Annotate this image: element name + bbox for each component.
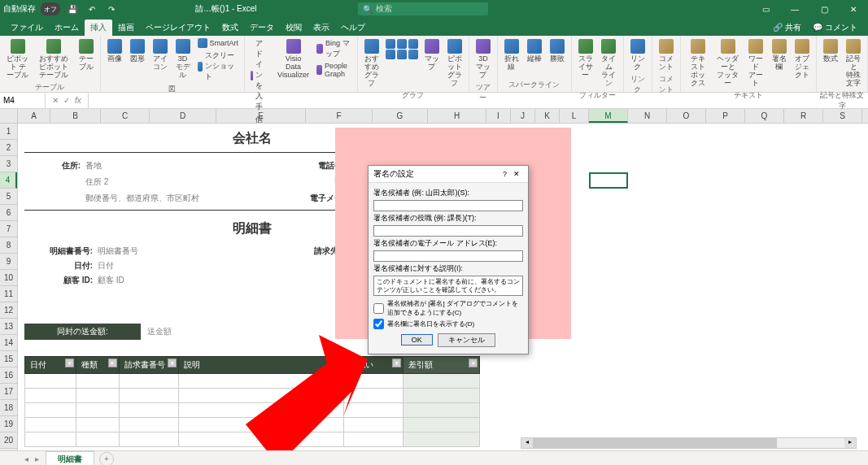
rec-charts-button[interactable]: おすすめ グラフ [361,37,382,89]
tab-review[interactable]: 校閲 [280,20,308,36]
tab-home[interactable]: ホーム [49,20,85,36]
row-header[interactable]: 18 [0,400,17,416]
sheet-tab-1[interactable]: 明細書 [46,451,94,465]
chart-type-icon[interactable] [397,50,407,59]
row-header[interactable]: 4 [0,172,17,189]
chart-type-icon[interactable] [408,50,418,59]
get-addins-button[interactable]: アドインを入手 [248,37,273,113]
column-header[interactable]: R [784,109,823,123]
dialog-close-icon[interactable]: ✕ [510,170,523,178]
sheet[interactable]: 会社名 住所:番地 電話番号:電話番号 住所 2 FAX:FAX 番号 郵便番号… [18,124,868,450]
row-header[interactable]: 1 [0,124,17,140]
table-row[interactable] [25,389,480,403]
column-header[interactable]: K [535,109,560,123]
show-sign-date-checkbox[interactable]: 署名欄に署名日を表示する(D) [373,318,523,330]
shapes-button[interactable]: 図形 [127,37,148,65]
visio-button[interactable]: Visio Data Visualizer [274,37,312,81]
search-box[interactable]: 🔍 検索 [358,2,488,15]
chart-type-icon[interactable] [386,50,395,59]
row-header[interactable]: 7 [0,221,17,237]
column-header[interactable]: S [823,109,862,123]
sparkline-line-button[interactable]: 折れ線 [501,37,522,73]
maps-button[interactable]: マップ [421,37,443,73]
smartart-button[interactable]: SmartArt [195,37,242,49]
row-header[interactable]: 12 [0,302,17,319]
close-icon[interactable]: ✕ [839,0,868,18]
table-row[interactable] [25,418,480,432]
autosave-toggle[interactable]: オフ [41,2,60,15]
models3d-button[interactable]: 3D モデル [172,37,194,81]
add-sheet-button[interactable]: + [99,452,114,466]
column-header[interactable]: A [18,109,50,123]
wordart-button[interactable]: ワード アート [744,37,766,89]
th-desc[interactable]: 説明▾ [179,357,344,374]
filter-icon[interactable]: ▾ [333,359,342,367]
column-header[interactable]: N [628,109,667,123]
column-header[interactable]: E [216,109,306,123]
timeline-button[interactable]: タイム ライン [598,37,620,89]
recommended-pivot-button[interactable]: おすすめ ピボットテーブル [34,37,74,81]
tab-share[interactable]: 🔗 共有 [767,20,807,36]
maximize-icon[interactable]: ▢ [809,0,839,18]
fx-icon[interactable]: fx [75,96,81,105]
column-header[interactable]: M [589,109,628,123]
textbox-button[interactable]: テキスト ボックス [684,37,712,89]
row-header[interactable]: 10 [0,270,17,286]
row-header[interactable]: 6 [0,205,17,221]
row-header[interactable]: 16 [0,367,17,384]
tab-nav-next-icon[interactable]: ▸ [35,454,39,463]
column-header[interactable]: G [373,109,428,123]
map3d-button[interactable]: 3D マップ [473,37,494,81]
chart-type-icon[interactable] [408,39,418,49]
tab-layout[interactable]: ページレイアウト [140,20,216,36]
signer-email-input[interactable] [373,250,523,262]
horizontal-scrollbar[interactable]: ◂ ▸ [521,437,857,449]
scroll-thumb[interactable] [533,438,777,448]
filter-icon[interactable]: ▾ [469,359,478,367]
filter-icon[interactable]: ▾ [108,359,117,367]
tab-formulas[interactable]: 数式 [216,20,244,36]
column-header[interactable]: C [101,109,150,123]
save-icon[interactable]: 💾 [65,2,80,15]
row-header[interactable]: 17 [0,384,17,400]
tab-insert[interactable]: 挿入 [85,20,112,36]
signer-instructions-text[interactable]: このドキュメントに署名する前に、署名するコンテンツが正しいことを確認してください… [373,276,523,296]
column-header[interactable]: Q [745,109,784,123]
th-diff[interactable]: 差引額▾ [403,357,480,374]
ribbon-display-icon[interactable]: ▭ [751,0,780,18]
column-header[interactable]: F [306,109,373,123]
signer-name-input[interactable] [373,200,523,211]
header-footer-button[interactable]: ヘッダーと フッター [713,37,744,89]
column-header[interactable]: J [511,109,535,123]
ok-button[interactable]: OK [401,334,433,345]
tab-view[interactable]: 表示 [308,20,335,36]
select-all-corner[interactable] [0,109,18,123]
cancel-formula-icon[interactable]: ✕ [52,96,59,105]
tab-help[interactable]: ヘルプ [335,20,371,36]
column-header[interactable]: B [50,109,101,123]
row-header[interactable]: 2 [0,140,17,156]
tab-comment[interactable]: 💬 コメント [807,20,863,36]
row-header[interactable]: 14 [0,335,17,351]
tab-nav-prev-icon[interactable]: ◂ [24,454,28,463]
name-box[interactable]: M4 [0,93,46,108]
chart-type-icon[interactable] [397,39,407,49]
column-header[interactable]: L [560,109,589,123]
enter-formula-icon[interactable]: ✓ [63,96,70,105]
row-header[interactable]: 20 [0,432,17,449]
tab-data[interactable]: データ [244,20,280,36]
table-button[interactable]: テーブル [76,37,97,73]
th-invno[interactable]: 請求書番号▾ [119,357,178,374]
undo-icon[interactable]: ↶ [85,2,99,15]
images-button[interactable]: 画像 [104,37,125,65]
tab-draw[interactable]: 描画 [112,20,140,36]
signature-line-button[interactable]: 署名欄 [769,37,790,73]
filter-icon[interactable]: ▾ [65,359,74,367]
row-header[interactable]: 11 [0,286,17,302]
people-button[interactable]: People Graph [314,61,354,79]
sparkline-winloss-button[interactable]: 勝敗 [547,37,568,65]
comment-button[interactable]: コメント [656,37,677,73]
allow-comments-checkbox[interactable]: 署名候補者が [署名] ダイアログでコメントを追加できるようにする(C) [373,298,523,318]
row-header[interactable]: 13 [0,319,17,335]
chart-type-icon[interactable] [386,39,395,49]
